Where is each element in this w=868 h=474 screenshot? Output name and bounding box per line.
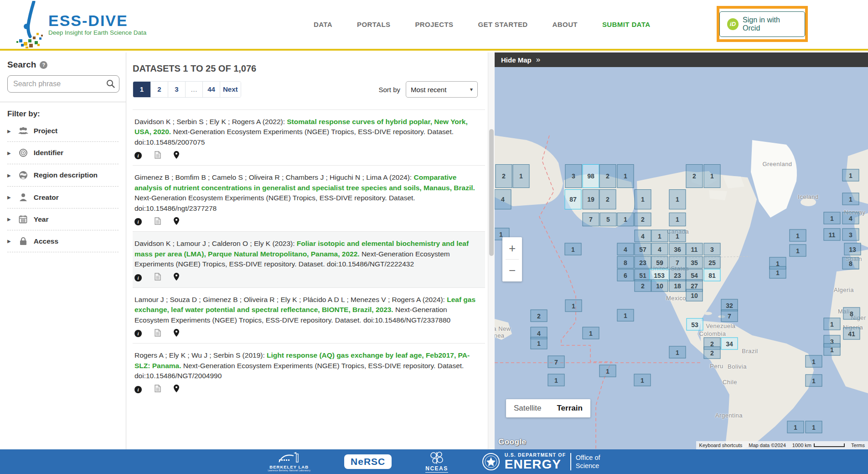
nav-item-portals[interactable]: PORTALS xyxy=(357,21,390,28)
scrollbar-thumb[interactable] xyxy=(489,129,494,256)
map-pin-icon[interactable] xyxy=(174,329,179,339)
info-icon[interactable]: i xyxy=(134,218,142,225)
file-icon[interactable] xyxy=(155,385,161,394)
map-cluster[interactable]: 2 xyxy=(686,164,703,188)
map-cluster[interactable]: 10 xyxy=(686,289,703,302)
terms-link[interactable]: Terms xyxy=(848,441,868,449)
map-cluster[interactable]: 98 xyxy=(583,164,599,188)
caret-right-icon[interactable]: ▶ xyxy=(7,195,11,200)
map-cluster[interactable]: 1 xyxy=(634,374,651,386)
map-cluster[interactable]: 8 xyxy=(842,257,859,270)
map-cluster[interactable]: 1 xyxy=(824,212,841,224)
map-cluster[interactable]: 4 xyxy=(635,230,651,242)
map-cluster[interactable]: 25 xyxy=(704,256,721,269)
caret-right-icon[interactable]: ▶ xyxy=(7,129,11,134)
map-cluster[interactable]: 1 xyxy=(790,229,806,242)
map-cluster[interactable]: 1 xyxy=(669,189,686,209)
page-3[interactable]: 3 xyxy=(168,82,185,97)
nav-item-data[interactable]: DATA xyxy=(314,21,332,28)
map-cluster[interactable]: 1 xyxy=(806,421,822,433)
map-cluster[interactable]: 81 xyxy=(704,269,721,281)
map-cluster[interactable]: 5 xyxy=(600,213,617,226)
map-pin-icon[interactable] xyxy=(174,385,179,394)
info-icon[interactable]: i xyxy=(134,152,142,159)
map-cluster[interactable]: 1 xyxy=(565,243,582,255)
map-pin-icon[interactable] xyxy=(174,273,179,282)
nav-item-submit-data[interactable]: SUBMIT DATA xyxy=(602,21,651,28)
sort-select[interactable]: Most recent ▾ xyxy=(406,81,478,98)
map-cluster[interactable]: 4 xyxy=(842,212,859,224)
map-cluster[interactable]: 1 xyxy=(531,337,548,349)
map-cluster[interactable]: 4 xyxy=(617,243,634,255)
file-icon[interactable] xyxy=(155,273,161,282)
file-icon[interactable] xyxy=(155,151,161,161)
caret-right-icon[interactable]: ▶ xyxy=(7,173,11,178)
nav-item-about[interactable]: ABOUT xyxy=(553,21,578,28)
map-cluster[interactable]: 10 xyxy=(651,280,668,292)
map-cluster[interactable]: 8 xyxy=(843,307,860,320)
info-icon[interactable]: i xyxy=(134,330,142,337)
map-cluster[interactable]: 1 xyxy=(806,355,822,368)
map-cluster[interactable]: 11 xyxy=(686,243,703,255)
map-cluster[interactable]: 1 xyxy=(669,230,686,242)
map-cluster[interactable]: 34 xyxy=(721,338,738,350)
map-cluster[interactable]: 1 xyxy=(565,300,582,312)
caret-right-icon[interactable]: ▶ xyxy=(7,151,11,156)
filter-item-identifier[interactable]: ▶ Identifier xyxy=(7,142,119,164)
map-cluster[interactable]: 1 xyxy=(617,213,634,226)
map-cluster[interactable]: 2 xyxy=(496,164,512,188)
google-logo[interactable]: Google xyxy=(498,438,527,447)
map-cluster[interactable]: 1 xyxy=(669,213,686,226)
map-pin-icon[interactable] xyxy=(174,151,179,161)
filter-item-year[interactable]: ▶ Year xyxy=(7,208,119,230)
map-cluster[interactable]: 1 xyxy=(583,327,599,339)
map-cluster[interactable]: 2 xyxy=(704,347,721,359)
page-44[interactable]: 44 xyxy=(202,82,220,97)
map-cluster[interactable]: 1 xyxy=(842,193,859,205)
map-cluster[interactable]: 41 xyxy=(843,328,860,340)
map-cluster[interactable]: 1 xyxy=(651,230,668,242)
zoom-out-button[interactable]: − xyxy=(502,260,522,281)
info-icon[interactable]: i xyxy=(134,386,142,393)
map-cluster[interactable]: 8 xyxy=(617,256,634,269)
filter-item-access[interactable]: ▶ Access xyxy=(7,230,119,252)
map-cluster[interactable]: 18 xyxy=(669,280,686,292)
help-icon[interactable]: ? xyxy=(40,61,47,69)
page-next[interactable]: Next xyxy=(220,82,241,97)
nersc-logo[interactable]: NeRSC xyxy=(344,454,392,469)
doe-logo[interactable]: U.S. DEPARTMENT OF ENERGY Office of Scie… xyxy=(482,453,600,471)
nav-item-projects[interactable]: PROJECTS xyxy=(415,21,453,28)
map-cluster[interactable]: 1 xyxy=(635,189,651,209)
file-icon[interactable] xyxy=(155,329,161,339)
info-icon[interactable]: i xyxy=(134,274,142,281)
map-cluster[interactable]: 19 xyxy=(583,189,599,209)
satellite-button[interactable]: Satellite xyxy=(506,399,549,417)
map-cluster[interactable]: 1 xyxy=(806,375,822,387)
map-cluster[interactable]: 2 xyxy=(635,280,651,292)
search-icon[interactable] xyxy=(106,79,115,90)
zoom-in-button[interactable]: + xyxy=(502,237,522,259)
essdive-logo[interactable]: ESS-DIVE Deep Insight for Earth Science … xyxy=(16,1,146,48)
map-cluster[interactable]: 1 xyxy=(617,309,634,322)
map-cluster[interactable]: 7 xyxy=(548,356,565,368)
filter-item-creator[interactable]: ▶ Creator xyxy=(7,187,119,208)
map-cluster[interactable]: 11 xyxy=(824,229,841,241)
map-cluster[interactable]: 3 xyxy=(565,164,582,188)
map-cluster[interactable]: 2 xyxy=(599,189,616,209)
map-cluster[interactable]: 59 xyxy=(651,256,668,269)
map-cluster[interactable]: 7 xyxy=(721,310,738,322)
map-cluster[interactable]: 1 xyxy=(513,164,530,188)
map-pin-icon[interactable] xyxy=(174,217,179,227)
map-cluster[interactable]: 1 xyxy=(669,346,686,359)
map-cluster[interactable]: 6 xyxy=(617,269,634,281)
map-cluster[interactable]: 1 xyxy=(548,374,565,386)
map-cluster[interactable]: 23 xyxy=(635,256,651,269)
map-cluster[interactable]: 1 xyxy=(824,318,841,330)
map-cluster[interactable]: 7 xyxy=(583,213,599,226)
filter-item-project[interactable]: ▶ Project xyxy=(7,120,119,142)
map-cluster[interactable]: 57 xyxy=(635,243,651,255)
caret-right-icon[interactable]: ▶ xyxy=(7,217,11,222)
nceas-logo[interactable]: NCEAS xyxy=(425,451,448,473)
keyboard-shortcuts-link[interactable]: Keyboard shortcuts xyxy=(696,441,746,449)
map-cluster[interactable]: 7 xyxy=(669,256,686,269)
